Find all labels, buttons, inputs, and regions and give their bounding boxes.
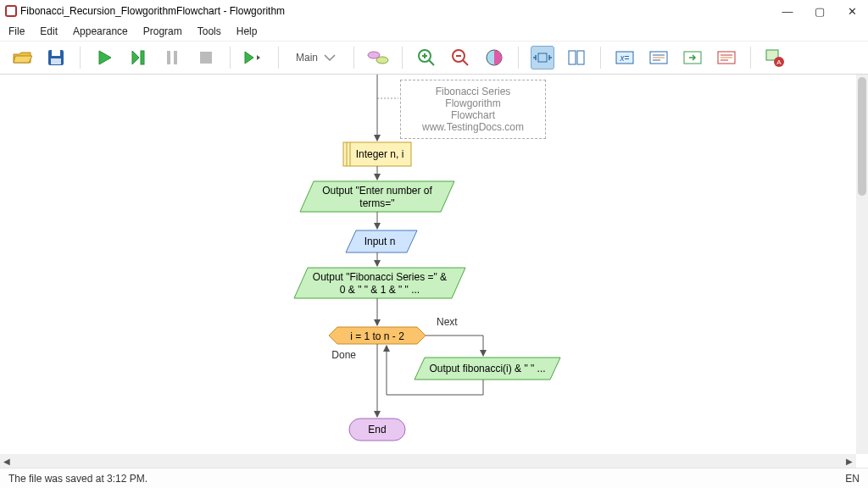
svg-rect-2 — [51, 58, 61, 64]
menu-file[interactable]: File — [8, 25, 25, 37]
toolbar: Main x= A — [0, 41, 868, 75]
save-icon[interactable] — [44, 46, 68, 69]
status-lang: EN — [845, 473, 860, 485]
svg-text:i = 1 to n - 2: i = 1 to n - 2 — [350, 330, 404, 342]
scrollbar-horizontal[interactable]: ◀ ▶ — [0, 454, 856, 468]
svg-text:Input n: Input n — [364, 236, 396, 247]
status-bar: The file was saved at 3:12 PM. EN — [0, 468, 868, 488]
open-icon[interactable] — [10, 46, 34, 69]
scroll-left-icon[interactable]: ◀ — [3, 457, 10, 466]
source-icon[interactable] — [715, 46, 738, 69]
pause-icon[interactable] — [160, 46, 184, 69]
export-icon[interactable] — [681, 46, 704, 69]
menu-tools[interactable]: Tools — [198, 25, 221, 37]
svg-text:Output fibonacci(i) & " " ...: Output fibonacci(i) & " " ... — [429, 363, 545, 374]
status-message: The file was saved at 3:12 PM. — [8, 473, 147, 485]
zoom-in-icon[interactable] — [415, 46, 438, 69]
svg-rect-4 — [167, 51, 170, 64]
maximize-button[interactable]: ▢ — [804, 0, 836, 22]
step-icon[interactable] — [126, 46, 150, 69]
declare-node[interactable]: Integer n, i — [343, 142, 411, 166]
menu-bar: File Edit Appearance Program Tools Help — [0, 22, 868, 41]
code-export-icon[interactable]: A — [763, 46, 787, 69]
svg-text:Done: Done — [331, 349, 356, 361]
close-button[interactable]: ✕ — [836, 0, 868, 22]
output-prompt-node[interactable]: Output "Enter number of terms=" — [300, 181, 454, 212]
comment-line: Fibonacci Series Flowgorithm — [411, 86, 535, 109]
stop-icon[interactable] — [194, 46, 218, 69]
menu-edit[interactable]: Edit — [40, 25, 58, 37]
shapes-icon[interactable] — [366, 46, 390, 69]
svg-text:A: A — [776, 58, 782, 66]
run-icon[interactable] — [92, 46, 116, 69]
svg-text:Output "Enter number of: Output "Enter number of — [322, 185, 432, 197]
window-controls: — ▢ ✕ — [771, 0, 868, 22]
svg-line-10 — [429, 60, 434, 65]
window-title: Fibonacci_Recursion_FlowgorithmFlowchart… — [20, 5, 285, 17]
svg-text:Output "Fibonacci Series =" &: Output "Fibonacci Series =" & — [313, 271, 447, 283]
svg-rect-18 — [569, 51, 576, 64]
menu-help[interactable]: Help — [236, 25, 258, 37]
for-node[interactable]: i = 1 to n - 2 — [329, 327, 426, 344]
menu-appearance[interactable]: Appearance — [73, 25, 128, 37]
svg-text:x=: x= — [620, 53, 630, 63]
svg-rect-17 — [538, 53, 547, 62]
comment-line: www.TestingDocs.com — [411, 121, 535, 133]
scrollbar-thumb[interactable] — [858, 77, 866, 196]
title-bar: Fibonacci_Recursion_FlowgorithmFlowchart… — [0, 0, 868, 22]
layout-icon[interactable] — [565, 46, 588, 69]
svg-point-8 — [376, 57, 388, 64]
scroll-right-icon[interactable]: ▶ — [846, 457, 853, 466]
svg-rect-19 — [577, 51, 584, 64]
variable-watch-icon[interactable]: x= — [613, 46, 637, 69]
menu-program[interactable]: Program — [143, 25, 182, 37]
minimize-button[interactable]: — — [771, 0, 804, 22]
fit-icon[interactable] — [531, 46, 554, 69]
svg-rect-5 — [174, 51, 177, 64]
svg-text:Next: Next — [437, 316, 458, 328]
svg-text:0 & " " & 1 & " " ...: 0 & " " & 1 & " " ... — [340, 284, 420, 296]
svg-text:Integer n, i: Integer n, i — [356, 148, 404, 160]
output-series-node[interactable]: Output "Fibonacci Series =" & 0 & " " & … — [294, 268, 465, 298]
zoom-out-icon[interactable] — [448, 46, 472, 69]
svg-line-14 — [463, 60, 468, 65]
output-fib-node[interactable]: Output fibonacci(i) & " " ... — [415, 358, 560, 380]
end-node[interactable]: End — [349, 419, 405, 441]
svg-text:terms=": terms=" — [359, 197, 394, 209]
svg-rect-3 — [141, 51, 144, 64]
theme-icon[interactable] — [482, 46, 506, 69]
function-select[interactable]: Main — [291, 52, 342, 64]
chevron-down-icon — [323, 53, 337, 62]
speed-icon[interactable] — [242, 46, 266, 69]
console-icon[interactable] — [647, 46, 670, 69]
input-node[interactable]: Input n — [346, 230, 417, 252]
comment-node[interactable]: Fibonacci Series Flowgorithm Flowchart w… — [400, 80, 546, 139]
scrollbar-vertical[interactable] — [856, 75, 868, 454]
svg-rect-6 — [200, 52, 212, 64]
app-icon — [5, 5, 17, 17]
svg-rect-1 — [52, 50, 60, 56]
function-label: Main — [296, 52, 318, 64]
comment-line: Flowchart — [411, 109, 535, 121]
svg-text:End: End — [368, 424, 386, 435]
canvas[interactable]: Fibonacci Series Flowgorithm Flowchart w… — [0, 75, 856, 454]
